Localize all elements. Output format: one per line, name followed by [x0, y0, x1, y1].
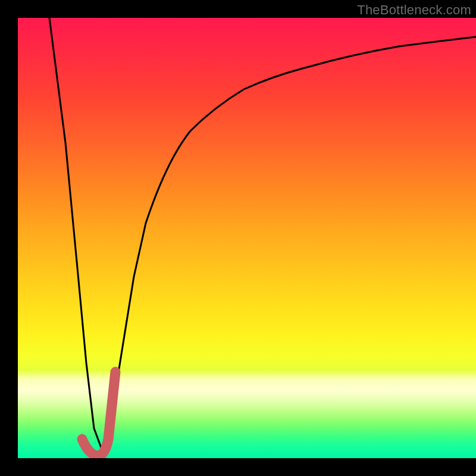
- watermark-text: TheBottleneck.com: [357, 2, 471, 18]
- plot-area: [18, 18, 476, 458]
- chart-frame: TheBottleneck.com: [0, 0, 476, 476]
- curve-layer: [18, 18, 476, 458]
